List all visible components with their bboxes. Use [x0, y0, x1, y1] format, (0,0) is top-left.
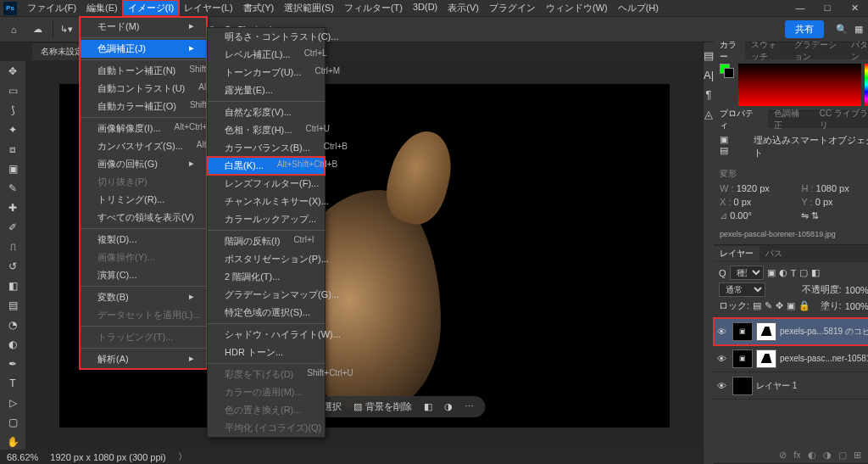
y-value[interactable]: 0 px: [815, 197, 833, 207]
menuitem-画像の回転(G)[interactable]: 画像の回転(G): [81, 155, 206, 173]
eyedropper-tool[interactable]: ✎: [1, 179, 25, 198]
menuitem-変数(B)[interactable]: 変数(B): [81, 288, 206, 306]
filter-icon-3[interactable]: T: [791, 268, 797, 278]
menuitem-グラデーションマップ(G)...[interactable]: グラデーションマップ(G)...: [208, 286, 325, 304]
taskbar-more-1[interactable]: ◧: [424, 401, 432, 412]
home-icon[interactable]: ⌂: [5, 21, 22, 38]
history-brush-tool[interactable]: ↺: [1, 257, 25, 276]
filter-icon-1[interactable]: ▣: [767, 267, 776, 278]
opacity-value[interactable]: 100%: [845, 285, 868, 295]
menu-レイヤー(L)[interactable]: レイヤー(L): [179, 0, 237, 16]
menuitem-自然な彩度(V)...[interactable]: 自然な彩度(V)...: [208, 103, 325, 121]
menuitem-レベル補正(L)...[interactable]: レベル補正(L)...Ctrl+L: [208, 46, 325, 64]
layer-filter-type[interactable]: 種類: [730, 266, 764, 280]
eraser-tool[interactable]: ◧: [1, 277, 25, 295]
fx-icon[interactable]: fx: [793, 450, 801, 460]
type-tool[interactable]: T: [1, 374, 25, 393]
menu-ヘルプ(H)[interactable]: ヘルプ(H): [613, 0, 664, 16]
menuitem-複製(D)...[interactable]: 複製(D)...: [81, 231, 206, 249]
strip-icon-1[interactable]: ▤: [704, 49, 714, 62]
move-tool[interactable]: ✥: [1, 62, 25, 81]
menuitem-画像解像度(I)...[interactable]: 画像解像度(I)...Alt+Ctrl+I: [81, 120, 206, 137]
tab-layers[interactable]: レイヤー: [714, 246, 760, 261]
share-button[interactable]: 共有: [785, 20, 824, 38]
menuitem-レンズフィルター(F)...[interactable]: レンズフィルター(F)...: [208, 175, 325, 193]
status-chevron[interactable]: 〉: [178, 450, 187, 463]
lock-icon-3[interactable]: ✥: [776, 300, 783, 311]
menuitem-カンバスサイズ(S)...[interactable]: カンバスサイズ(S)...Alt+Ctrl+C: [81, 137, 206, 155]
zoom-level[interactable]: 68.62%: [7, 452, 38, 462]
workspace-icon[interactable]: ▦: [854, 24, 863, 35]
shape-tool[interactable]: ▢: [1, 413, 25, 432]
close-button[interactable]: ✕: [841, 1, 868, 15]
menuitem-色相・彩度(H)...[interactable]: 色相・彩度(H)...Ctrl+U: [208, 121, 325, 139]
taskbar-more-2[interactable]: ◑: [444, 401, 453, 412]
menuitem-カラーバランス(B)...[interactable]: カラーバランス(B)...Ctrl+B: [208, 139, 325, 157]
menuitem-階調の反転(I)[interactable]: 階調の反転(I)Ctrl+I: [208, 232, 325, 250]
menuitem-2 階調化(T)...[interactable]: 2 階調化(T)...: [208, 268, 325, 286]
strip-icon-2[interactable]: A|: [704, 69, 714, 81]
flip-h-icon[interactable]: ⇋: [801, 210, 809, 221]
tab-color[interactable]: カラー: [714, 37, 745, 64]
crop-tool[interactable]: ⧈: [1, 140, 25, 159]
menuitem-色調補正(J)[interactable]: 色調補正(J): [81, 40, 206, 58]
menuitem-HDR トーン...[interactable]: HDR トーン...: [208, 344, 325, 361]
path-tool[interactable]: ▷: [1, 394, 25, 412]
menu-3D(D)[interactable]: 3D(D): [408, 0, 442, 16]
hand-tool[interactable]: ✋: [1, 433, 25, 451]
menu-表示(V)[interactable]: 表示(V): [442, 0, 484, 16]
menuitem-露光量(E)...[interactable]: 露光量(E)...: [208, 81, 325, 99]
minimize-button[interactable]: —: [787, 1, 814, 15]
tool-preset[interactable]: ↳▾: [60, 24, 73, 35]
menu-編集(E)[interactable]: 編集(E): [81, 0, 123, 16]
menu-イメージ(I)[interactable]: イメージ(I): [123, 0, 179, 16]
tab-swatches[interactable]: スウォッチ: [745, 37, 789, 64]
visibility-icon[interactable]: 👁: [717, 354, 729, 364]
filter-icon-4[interactable]: ▢: [799, 267, 808, 278]
wand-tool[interactable]: ✦: [1, 120, 25, 139]
layer-row[interactable]: 👁▣pexels-pa...5819 のコピー: [714, 318, 868, 345]
x-value[interactable]: 0 px: [734, 197, 752, 207]
angle-value[interactable]: 0.00°: [730, 210, 752, 221]
menuitem-自動コントラスト(U)[interactable]: 自動コントラスト(U)Alt+Shift+Ctrl+L: [81, 80, 206, 98]
brush-tool[interactable]: ✐: [1, 218, 25, 237]
lock-icon-1[interactable]: ▤: [753, 300, 761, 311]
menu-フィルター(T)[interactable]: フィルター(T): [339, 0, 408, 16]
visibility-icon[interactable]: 👁: [717, 381, 729, 391]
menuitem-チャンネルミキサー(X)...[interactable]: チャンネルミキサー(X)...: [208, 193, 325, 210]
pen-tool[interactable]: ✒: [1, 355, 25, 373]
search-icon[interactable]: 🔍: [836, 24, 848, 35]
heal-tool[interactable]: ✚: [1, 198, 25, 217]
menuitem-トーンカーブ(U)...[interactable]: トーンカーブ(U)...Ctrl+M: [208, 64, 325, 81]
menuitem-自動カラー補正(O)[interactable]: 自動カラー補正(O)Shift+Ctrl+B: [81, 98, 206, 115]
marquee-tool[interactable]: ▭: [1, 81, 25, 100]
maximize-button[interactable]: □: [814, 1, 841, 15]
new-layer-icon[interactable]: ⊞: [854, 450, 861, 461]
stamp-tool[interactable]: ⎍: [1, 238, 25, 256]
tab-paths[interactable]: パス: [760, 246, 788, 261]
panel-color-swatch[interactable]: [720, 64, 735, 79]
strip-icon-3[interactable]: ¶: [706, 88, 712, 101]
mask-icon[interactable]: ◐: [808, 450, 816, 461]
lock-icon-5[interactable]: 🔒: [798, 300, 810, 311]
tab-properties[interactable]: プロパティ: [714, 106, 768, 133]
menuitem-白黒(K)...[interactable]: 白黒(K)...Alt+Shift+Ctrl+B: [208, 157, 325, 175]
dodge-tool[interactable]: ◐: [1, 335, 25, 354]
menuitem-自動トーン補正(N)[interactable]: 自動トーン補正(N)Shift+Ctrl+L: [81, 62, 206, 80]
menu-プラグイン[interactable]: プラグイン: [484, 0, 541, 16]
layer-row[interactable]: 👁レイヤー 1: [714, 372, 868, 400]
menu-ウィンドウ(W)[interactable]: ウィンドウ(W): [541, 0, 613, 16]
layer-row[interactable]: 👁▣pexels-pasc...ner-105819: [714, 345, 868, 372]
fill-value[interactable]: 100%: [845, 301, 868, 311]
menuitem-すべての領域を表示(V)[interactable]: すべての領域を表示(V): [81, 209, 206, 226]
menuitem-演算(C)...[interactable]: 演算(C)...: [81, 266, 206, 284]
strip-icon-4[interactable]: ◬: [704, 108, 713, 120]
remove-bg-button[interactable]: ▨背景を削除: [353, 400, 412, 413]
filter-icon-5[interactable]: ◧: [811, 267, 820, 278]
frame-tool[interactable]: ▣: [1, 159, 25, 178]
tab-gradients[interactable]: グラデーション: [788, 37, 845, 64]
menuitem-モード(M)[interactable]: モード(M): [81, 18, 206, 36]
menu-選択範囲(S)[interactable]: 選択範囲(S): [279, 0, 339, 16]
menuitem-カラールックアップ...[interactable]: カラールックアップ...: [208, 210, 325, 228]
lock-icon-4[interactable]: ▣: [787, 300, 795, 311]
